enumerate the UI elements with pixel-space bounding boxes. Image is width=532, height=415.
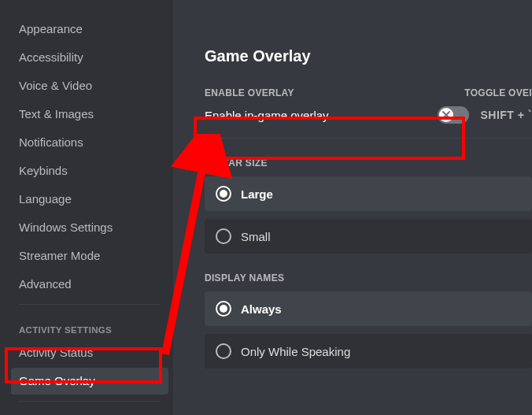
enable-overlay-toggle[interactable] xyxy=(438,106,469,124)
display-names-option-always[interactable]: Always xyxy=(205,291,532,326)
radio-icon xyxy=(216,343,231,359)
sidebar-item-windows-settings[interactable]: Windows Settings xyxy=(11,214,168,241)
radio-label: Small xyxy=(241,230,271,243)
sidebar-item-language[interactable]: Language xyxy=(11,186,168,213)
display-names-option-only-while-speaking[interactable]: Only While Speaking xyxy=(205,334,532,369)
sidebar-item-appearance[interactable]: Appearance xyxy=(11,16,168,43)
sidebar-divider xyxy=(19,401,161,402)
avatar-size-label: AVATAR SIZE xyxy=(205,157,532,169)
sidebar-item-game-overlay[interactable]: Game Overlay xyxy=(11,368,168,395)
radio-label: Only While Speaking xyxy=(241,345,350,358)
radio-icon xyxy=(216,228,231,244)
overlay-keybind[interactable]: SHIFT + ` xyxy=(480,109,532,121)
sidebar-divider xyxy=(19,304,161,305)
sidebar-item-streamer-mode[interactable]: Streamer Mode xyxy=(11,243,168,269)
sidebar-item-accessibility[interactable]: Accessibility xyxy=(11,44,168,71)
radio-icon xyxy=(216,186,231,202)
sidebar-item-text-images[interactable]: Text & Images xyxy=(11,101,168,128)
sidebar-item-notifications[interactable]: Notifications xyxy=(11,129,168,156)
toggle-overlay-label: TOGGLE OVEI xyxy=(464,87,532,98)
sidebar-item-advanced[interactable]: Advanced xyxy=(11,271,168,298)
divider xyxy=(205,138,532,139)
sidebar-item-keybinds[interactable]: Keybinds xyxy=(11,157,168,184)
enable-overlay-text: Enable in-game overlay. xyxy=(205,109,331,122)
avatar-size-option-small[interactable]: Small xyxy=(205,219,532,254)
enable-overlay-label: ENABLE OVERLAY xyxy=(205,87,294,98)
sidebar-item-voice-video[interactable]: Voice & Video xyxy=(11,72,168,99)
display-names-label: DISPLAY NAMES xyxy=(205,272,532,283)
sidebar-item-activity-status[interactable]: Activity Status xyxy=(11,339,168,366)
settings-content: Game Overlay ENABLE OVERLAY TOGGLE OVEI … xyxy=(173,0,532,415)
radio-label: Large xyxy=(241,187,273,201)
sidebar-item-change-log[interactable]: Change Log xyxy=(11,408,168,415)
toggle-knob xyxy=(439,108,453,122)
avatar-size-option-large[interactable]: Large xyxy=(205,176,532,211)
close-icon xyxy=(441,110,451,120)
enable-overlay-row: Enable in-game overlay. SHIFT + ` xyxy=(205,106,532,138)
settings-sidebar: Appearance Accessibility Voice & Video T… xyxy=(0,0,173,415)
radio-label: Always xyxy=(241,302,282,316)
sidebar-section-activity-settings: ACTIVITY SETTINGS xyxy=(11,311,168,339)
page-title: Game Overlay xyxy=(205,47,532,65)
radio-icon xyxy=(216,301,231,317)
